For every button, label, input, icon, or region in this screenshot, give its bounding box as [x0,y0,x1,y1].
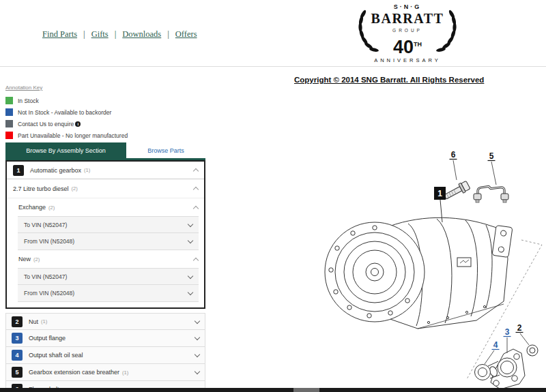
nav-find-parts[interactable]: Find Parts [42,29,77,40]
section-row-nut[interactable]: 2 Nut (1) [5,313,205,330]
chevron-down-icon [195,318,200,323]
flange-bolt-drawing [443,180,471,201]
output-flange-drawing [475,349,526,389]
assembly-expanded-panel: 1 Automatic gearbox (1) 2.7 Litre turbo … [5,160,205,309]
nav-separator: | [167,29,169,40]
browse-tabs: Browse By Assembly Section Browse Parts [5,142,205,158]
section-count: (1) [84,167,90,173]
main-nav: Find Parts | Gifts | Downloads | Offers [42,29,197,40]
svg-text:3: 3 [505,327,510,337]
logo-40-number: 40TH [393,37,422,57]
exchange-option-to-vin[interactable]: To VIN (N52047) [18,216,199,233]
new-group-row[interactable]: New (2) [7,250,204,268]
option-label: From VIN (N52048) [24,238,74,245]
section-number-badge: 1 [13,165,24,176]
callout-3-label[interactable]: 3 [504,327,511,353]
annotation-key-title: Annotation Key [5,85,197,91]
section-row-output-flange[interactable]: 3 Output flange [5,330,205,347]
callout-5-label[interactable]: 5 [488,151,497,185]
engine-variant-row[interactable]: 2.7 Litre turbo diesel (2) [7,179,204,198]
chevron-down-icon [188,290,193,295]
in-stock-swatch [5,97,13,104]
exchange-group-row[interactable]: Exchange (2) [7,198,204,216]
breather-pipe-drawing [474,187,508,203]
legend-item-in-stock: In Stock [5,97,197,104]
section-number-badge: 2 [12,316,23,327]
backorder-swatch [5,108,13,116]
new-option-from-vin[interactable]: From VIN (N52048) [18,285,199,302]
copyright-text: Copyright © 2014 SNG Barratt. All Rights… [294,76,484,84]
legend-item-contact-us: Contact Us to enquire i [5,120,197,127]
svg-text:6: 6 [451,150,456,160]
oil-seal-drawing [475,365,491,380]
section-number-badge: 3 [12,333,23,344]
legend-label: Not In Stock - Available to backorder [18,109,111,116]
chevron-down-icon [195,335,200,340]
section-row-automatic-gearbox[interactable]: 1 Automatic gearbox (1) [7,162,204,179]
unavailable-swatch [5,132,13,139]
svg-text:4: 4 [493,340,498,350]
tab-browse-by-assembly[interactable]: Browse By Assembly Section [5,142,126,158]
section-label: Gearbox extension case breather [29,369,119,376]
option-label: To VIN (N52047) [24,222,67,228]
new-label: New [18,256,31,262]
section-label: Output shaft oil seal [29,352,83,359]
section-number-badge: 4 [12,350,23,361]
section-row-gearbox-extension-case-breather[interactable]: 5 Gearbox extension case breather (1) [5,364,205,381]
callout-6-label[interactable]: 6 [450,150,457,180]
laurel-left-icon [356,7,379,54]
svg-text:1: 1 [437,189,442,198]
engine-variant-count: (2) [72,185,78,192]
header-divider [0,66,546,67]
sng-barratt-logo: S·N·G BARRATT GROUP 40TH [339,3,476,63]
nav-separator: | [83,29,85,40]
callout-2-label[interactable]: 2 [516,323,530,345]
svg-text:2: 2 [517,323,522,333]
section-row-output-shaft-oil-seal[interactable]: 4 Output shaft oil seal [5,347,205,364]
section-count: (1) [41,318,47,325]
section-label: Nut [29,318,38,325]
contact-us-swatch [5,120,13,127]
section-number-badge: 5 [12,367,23,378]
annotation-key: Annotation Key In Stock Not In Stock - A… [5,85,197,143]
legend-label: Part Unavailable - No longer manufacture… [18,132,128,139]
chevron-up-icon [193,187,199,192]
chevron-down-icon [195,352,200,357]
option-label: To VIN (N52047) [24,273,67,280]
chevron-down-icon [195,369,200,374]
nav-offers[interactable]: Offers [175,29,197,40]
horizontal-scrollbar-thumb[interactable] [293,388,319,392]
gearbox-drawing [325,217,513,329]
logo-anniversary-text: ANNIVERSARY [339,57,476,63]
new-count: (2) [33,256,40,262]
legend-item-unavailable: Part Unavailable - No longer manufacture… [5,132,197,139]
callout-4-label[interactable]: 4 [485,340,500,364]
laurel-right-icon [436,7,459,54]
new-option-to-vin[interactable]: To VIN (N52047) [18,268,199,285]
browse-column: Browse By Assembly Section Browse Parts … [5,142,205,392]
legend-label: In Stock [18,97,39,104]
nav-downloads[interactable]: Downloads [122,29,161,40]
tab-browse-parts[interactable]: Browse Parts [126,142,205,158]
gearbox-assembly-diagram: 1 6 5 2 3 4 [205,136,546,392]
section-label: Automatic gearbox [30,167,81,174]
info-icon: i [75,121,81,127]
chevron-down-icon [188,221,193,226]
svg-text:5: 5 [489,151,494,161]
exchange-option-from-vin[interactable]: From VIN (N52048) [18,233,199,250]
legend-item-backorder: Not In Stock - Available to backorder [5,108,197,116]
section-count: (1) [122,370,128,376]
chevron-up-icon [193,168,199,174]
chevron-up-icon [193,205,199,211]
exchange-label: Exchange [18,204,46,211]
callout-1-badge[interactable]: 1 [434,187,446,222]
legend-label: Contact Us to enquire [18,121,74,127]
bottom-black-bar [0,388,546,392]
chevron-down-icon [188,273,193,278]
chevron-up-icon [193,257,199,262]
nav-separator: | [115,29,117,40]
nut-drawing [527,345,538,356]
engine-variant-label: 2.7 Litre turbo diesel [13,185,69,192]
option-label: From VIN (N52048) [24,290,74,297]
nav-gifts[interactable]: Gifts [91,29,109,40]
